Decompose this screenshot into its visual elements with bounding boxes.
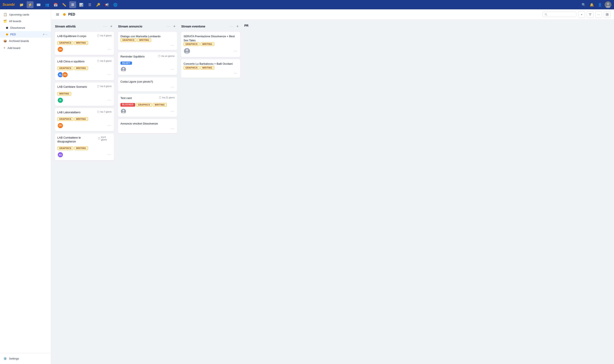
app-logo[interactable]: Scambi <box>2 3 15 7</box>
card-tags-dialogo: GRAPHICS WRITING <box>120 38 175 42</box>
card-avatars-laboratalbero: DD <box>57 123 63 129</box>
card-more-clima[interactable]: ··· <box>108 73 112 77</box>
nav-megaphone-icon[interactable]: 📢 <box>103 1 110 8</box>
card-avatars-serata <box>183 48 190 54</box>
sidebar: 📋 Upcoming cards 🗂️ All boards Dissolven… <box>0 9 51 364</box>
nav-user-icon[interactable]: 👤 <box>597 1 603 8</box>
settings-label: Settings <box>9 357 19 360</box>
tag-writing-6: WRITING <box>137 38 151 42</box>
card-more-combattere[interactable]: ··· <box>108 153 112 157</box>
card-title-serata: SERATA Premiazione Dissolvenze + Best Se… <box>183 35 235 42</box>
card-more-scenario[interactable]: ··· <box>108 98 112 102</box>
nav-pencil-icon[interactable]: ✏️ <box>61 1 68 8</box>
column-stream-annuncio: Stream annuncio ··· + Dialogo con Marice… <box>118 23 177 133</box>
card-top-scenario: LAB Cambiare Scenario tra 6 giorni <box>57 85 112 91</box>
nav-key-icon[interactable]: 🔑 <box>95 1 102 8</box>
svg-rect-17 <box>98 60 99 62</box>
nav-stack-icon[interactable] <box>69 1 76 8</box>
svg-rect-34 <box>159 97 161 98</box>
card-tags-equilibrare: GRAPHICS WRITING <box>57 41 112 45</box>
dissolvenze-more-icon[interactable]: ··· <box>45 26 48 29</box>
search-input[interactable] <box>549 13 574 16</box>
tag-graphics: GRAPHICS <box>57 41 73 45</box>
sidebar-item-upcoming[interactable]: 📋 Upcoming cards <box>0 11 51 18</box>
tag-writing-5: WRITING <box>74 146 88 150</box>
nav-barchart-icon[interactable]: 📊 <box>78 1 85 8</box>
svg-rect-12 <box>606 14 607 15</box>
nav-bolt-icon[interactable]: ⚡ <box>27 1 33 8</box>
board-title: PED <box>68 13 75 16</box>
card-more-test[interactable]: ··· <box>170 109 175 113</box>
dissolvenze-share-icon[interactable]: ↗ <box>42 26 44 29</box>
column-more-annuncio[interactable]: ··· <box>167 25 170 28</box>
board-header-right: + ··· <box>542 11 611 18</box>
column-more-attivita[interactable]: ··· <box>103 25 108 28</box>
sidebar-all-boards[interactable]: 🗂️ All boards <box>0 18 51 25</box>
ped-label: PED <box>10 33 40 36</box>
svg-rect-7 <box>56 15 59 15</box>
avatar-dd-3: DD <box>57 123 63 129</box>
svg-point-32 <box>123 68 125 70</box>
tag-graphics-6: GRAPHICS <box>136 103 152 107</box>
column-add-attivita[interactable]: + <box>109 24 114 29</box>
nav-globe-icon[interactable]: 🌐 <box>112 1 119 8</box>
tag-graphics-8: GRAPHICS <box>183 66 199 70</box>
sidebar-add-board[interactable]: + Add board <box>0 44 51 52</box>
column-add-annuncio[interactable]: + <box>172 24 177 29</box>
pr-label: PR <box>244 23 269 28</box>
card-date-scenario: tra 6 giorni <box>97 85 112 88</box>
nav-people-icon[interactable]: 👥 <box>44 1 51 8</box>
sidebar-item-dissolvenze[interactable]: Dissolvenze ↗ ··· <box>0 25 51 31</box>
ped-share-icon[interactable]: ↗ <box>42 33 44 36</box>
svg-rect-10 <box>606 13 607 14</box>
view-options-button[interactable] <box>604 11 611 18</box>
card-more-reminder[interactable]: ··· <box>170 67 175 71</box>
board-search[interactable] <box>542 12 576 17</box>
ped-more-icon[interactable]: ··· <box>45 33 48 36</box>
upcoming-label: Upcoming cards <box>9 13 48 16</box>
card-tags-reminder: READY <box>120 62 175 65</box>
nav-search-icon[interactable]: 🔍 <box>580 1 587 8</box>
column-header-annuncio: Stream annuncio ··· + <box>118 23 177 30</box>
card-more-serata[interactable]: ··· <box>234 49 238 53</box>
board-header: PED + ··· <box>51 9 614 20</box>
add-list-button[interactable]: + <box>578 11 585 18</box>
nav-mail-icon[interactable]: ✉️ <box>35 1 42 8</box>
column-title-attivita: Stream attività <box>55 25 102 28</box>
card-footer-reminder: ··· <box>120 66 175 72</box>
settings-item[interactable]: ⚙️ Settings <box>0 355 51 362</box>
more-options-button[interactable]: ··· <box>595 11 602 18</box>
all-boards-icon: 🗂️ <box>3 20 7 23</box>
sidebar-archived-boards[interactable]: 📦 Archived boards <box>0 38 51 44</box>
card-scenario: LAB Cambiare Scenario tra 6 giorni WRITI… <box>55 82 114 106</box>
ped-actions: ↗ ··· <box>42 33 48 36</box>
svg-point-39 <box>186 49 188 52</box>
user-avatar[interactable] <box>605 1 612 8</box>
nav-calendar-icon[interactable]: 📅 <box>52 1 59 8</box>
nav-bell-icon[interactable]: 🔔 <box>588 1 595 8</box>
card-more-laboratalbero[interactable]: ··· <box>108 124 112 128</box>
column-add-eventone[interactable]: + <box>235 24 240 29</box>
board-dot <box>63 13 66 16</box>
svg-rect-6 <box>56 14 59 15</box>
filter-button[interactable] <box>587 11 594 18</box>
card-more-annuncio[interactable]: ··· <box>170 127 175 131</box>
card-more-concerto[interactable]: ··· <box>234 71 238 75</box>
card-top-laboratalbero: LAB Laboratalbero tra 7 giorni <box>57 110 112 116</box>
sidebar-item-ped[interactable]: PED ↗ ··· <box>0 31 51 38</box>
nav-folder-icon[interactable]: 📁 <box>18 1 25 8</box>
card-more-equilibrare[interactable]: ··· <box>108 48 112 51</box>
board-menu-button[interactable] <box>55 12 61 17</box>
card-title-reminder: Reminder Squilibrio <box>120 55 145 59</box>
card-tags-test: BLOCKED GRAPHICS WRITING <box>120 103 175 107</box>
column-more-eventone[interactable]: ··· <box>230 25 234 28</box>
nav-list-icon[interactable]: ☰ <box>86 1 93 8</box>
tag-graphics-4: GRAPHICS <box>57 146 73 150</box>
tag-writing: WRITING <box>74 41 88 45</box>
card-footer-scenario: IS ··· <box>57 97 112 103</box>
card-more-dialogo[interactable]: ··· <box>170 44 175 48</box>
card-serata: SERATA Premiazione Dissolvenze + Best Se… <box>181 31 240 57</box>
svg-rect-14 <box>98 35 99 36</box>
card-more-costa[interactable]: ··· <box>170 85 175 89</box>
card-footer-serata: ··· <box>183 48 238 54</box>
